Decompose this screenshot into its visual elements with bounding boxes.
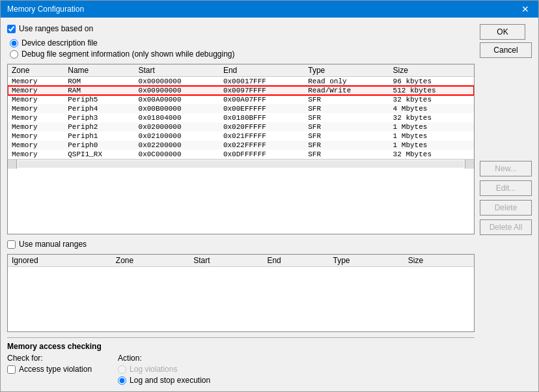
use-ranges-row: Use ranges based on xyxy=(7,24,475,33)
use-ranges-label: Use ranges based on xyxy=(19,24,93,33)
table-row[interactable]: MemoryPeriph40x00B000000x00EFFFFFSFR4 Mb… xyxy=(8,104,474,113)
main-table-body: MemoryROM0x000000000x00017FFFRead only96… xyxy=(8,77,474,160)
memory-access-section: Memory access checking Check for: Access… xyxy=(7,337,475,385)
col-type: Type xyxy=(304,64,389,77)
log-violations-radio[interactable] xyxy=(118,365,126,374)
use-manual-checkbox[interactable] xyxy=(7,240,16,249)
radio-group: Device description file Debug file segme… xyxy=(10,38,475,59)
radio-debug-label: Debug file segment information (only sho… xyxy=(21,49,235,59)
col-start: Start xyxy=(135,64,219,77)
dialog-body: Use ranges based on Device description f… xyxy=(1,18,538,391)
new-button[interactable]: New... xyxy=(480,161,532,176)
log-stop-row: Log and stop execution xyxy=(118,376,210,385)
radio-device-row: Device description file xyxy=(10,38,475,48)
table-row[interactable]: MemoryRAM0x009000000x0097FFFFRead/Write5… xyxy=(8,86,474,95)
main-table: Zone Name Start End Type Size MemoryROM0… xyxy=(8,64,474,159)
ok-button[interactable]: OK xyxy=(480,24,525,40)
close-button[interactable]: ✕ xyxy=(519,5,532,14)
mcol-end: End xyxy=(263,255,329,267)
radio-device[interactable] xyxy=(10,39,18,48)
right-panel: OK Cancel New... Edit... Delete Delete A… xyxy=(480,24,532,385)
horizontal-scrollbar[interactable] xyxy=(8,159,474,168)
col-name: Name xyxy=(64,64,134,77)
radio-device-label: Device description file xyxy=(21,38,98,48)
log-stop-label: Log and stop execution xyxy=(130,376,210,385)
mcol-start: Start xyxy=(189,255,263,267)
use-ranges-checkbox[interactable] xyxy=(7,25,16,33)
log-violations-row: Log violations xyxy=(118,365,210,374)
edit-button[interactable]: Edit... xyxy=(480,180,532,196)
manual-table: Ignored Zone Start End Type Size xyxy=(8,255,474,267)
delete-all-button[interactable]: Delete All xyxy=(480,219,532,235)
radio-debug[interactable] xyxy=(10,50,18,59)
check-for-col: Check for: Access type violation xyxy=(7,354,92,385)
log-violations-label: Log violations xyxy=(130,365,177,374)
main-table-header: Zone Name Start End Type Size xyxy=(8,64,474,77)
col-zone: Zone xyxy=(8,64,64,77)
main-table-wrapper[interactable]: Zone Name Start End Type Size MemoryROM0… xyxy=(7,64,475,234)
mcol-size: Size xyxy=(404,255,474,267)
memory-configuration-dialog: Memory Configuration ✕ Use ranges based … xyxy=(0,0,539,392)
delete-button[interactable]: Delete xyxy=(480,200,532,216)
access-grid: Check for: Access type violation Action:… xyxy=(7,354,475,385)
access-violation-label: Access type violation xyxy=(19,365,92,374)
table-row[interactable]: MemoryPeriph00x022000000x022FFFFFSFR1 Mb… xyxy=(8,141,474,150)
manual-table-header: Ignored Zone Start End Type Size xyxy=(8,255,474,267)
check-for-label: Check for: xyxy=(7,354,92,363)
action-col: Action: Log violations Log and stop exec… xyxy=(118,354,210,385)
use-manual-row: Use manual ranges xyxy=(7,240,475,249)
left-panel: Use ranges based on Device description f… xyxy=(7,24,475,385)
title-bar: Memory Configuration ✕ xyxy=(1,1,538,18)
table-row[interactable]: MemoryPeriph30x018040000x0180BFFFSFR32 k… xyxy=(8,113,474,122)
mcol-ignored: Ignored xyxy=(8,255,112,267)
spacer2 xyxy=(480,238,532,385)
access-type-row: Access type violation xyxy=(7,365,92,374)
table-row[interactable]: MemoryQSPI1_RX0x0C0000000x0DFFFFFFSFR32 … xyxy=(8,150,474,159)
manual-section: Ignored Zone Start End Type Size xyxy=(7,254,475,332)
table-row[interactable]: MemoryPeriph10x021000000x021FFFFFSFR1 Mb… xyxy=(8,132,474,141)
cancel-button[interactable]: Cancel xyxy=(480,42,532,58)
radio-debug-row: Debug file segment information (only sho… xyxy=(10,49,475,59)
table-row[interactable]: MemoryPeriph50x00A000000x00A07FFFSFR32 k… xyxy=(8,95,474,104)
manual-table-wrapper[interactable]: Ignored Zone Start End Type Size xyxy=(7,254,475,332)
col-end: End xyxy=(219,64,304,77)
col-size: Size xyxy=(389,64,474,77)
mcol-zone: Zone xyxy=(112,255,189,267)
log-stop-radio[interactable] xyxy=(118,376,126,385)
table-row[interactable]: MemoryPeriph20x020000000x020FFFFFSFR1 Mb… xyxy=(8,122,474,132)
table-row[interactable]: MemoryROM0x000000000x00017FFFRead only96… xyxy=(8,77,474,87)
mcol-type: Type xyxy=(329,255,404,267)
use-manual-label: Use manual ranges xyxy=(19,240,87,249)
access-violation-checkbox[interactable] xyxy=(7,365,16,374)
dialog-title: Memory Configuration xyxy=(7,5,84,14)
action-label: Action: xyxy=(118,354,210,363)
memory-access-title: Memory access checking xyxy=(7,342,475,351)
spacer xyxy=(480,61,532,158)
